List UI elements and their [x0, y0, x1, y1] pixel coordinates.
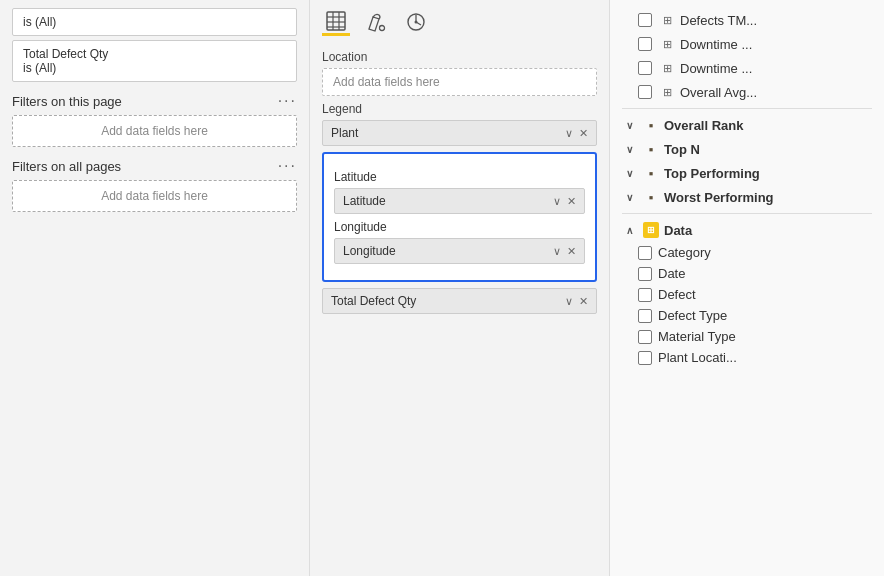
folder-icon: ▪	[642, 116, 660, 134]
total-defect-tag[interactable]: Total Defect Qty ∨ ✕	[322, 288, 597, 314]
folder-label: Top N	[664, 142, 700, 157]
list-item[interactable]: ⊞ Defects TM...	[622, 8, 872, 32]
calculator-icon: ⊞	[658, 83, 676, 101]
location-add-field[interactable]: Add data fields here	[322, 68, 597, 96]
latitude-tag[interactable]: Latitude ∨ ✕	[334, 188, 585, 214]
checkbox-downtime-1[interactable]	[638, 37, 652, 51]
item-label: Date	[658, 266, 685, 281]
longitude-tag[interactable]: Longitude ∨ ✕	[334, 238, 585, 264]
divider	[622, 213, 872, 214]
filters-this-page-ellipsis[interactable]: ···	[278, 92, 297, 110]
svg-point-8	[415, 21, 418, 24]
legend-plant-tag[interactable]: Plant ∨ ✕	[322, 120, 597, 146]
table-yellow-icon: ⊞	[642, 221, 660, 239]
chevron-icon: ∨	[626, 168, 642, 179]
chevron-down-icon[interactable]: ∨	[553, 195, 561, 208]
filter-total-defect: Total Defect Qty is (All)	[12, 40, 297, 82]
item-label: Material Type	[658, 329, 736, 344]
folder-top-performing[interactable]: ∨ ▪ Top Performing	[622, 161, 872, 185]
list-item[interactable]: Defect Type	[622, 305, 872, 326]
checkbox-defect-type[interactable]	[638, 309, 652, 323]
list-item[interactable]: ⊞ Downtime ...	[622, 56, 872, 80]
folder-icon: ▪	[642, 140, 660, 158]
list-item[interactable]: Defect	[622, 284, 872, 305]
chevron-icon: ∨	[626, 120, 642, 131]
chevron-down-icon[interactable]: ∨	[565, 127, 573, 140]
list-item[interactable]: ⊞ Overall Avg...	[622, 80, 872, 104]
add-data-field-1[interactable]: Add data fields here	[12, 115, 297, 147]
checkbox-downtime-2[interactable]	[638, 61, 652, 75]
calculator-icon: ⊞	[658, 35, 676, 53]
toolbar	[310, 0, 609, 36]
checkbox-plant-locati[interactable]	[638, 351, 652, 365]
add-data-field-2[interactable]: Add data fields here	[12, 180, 297, 212]
folder-worst-performing[interactable]: ∨ ▪ Worst Performing	[622, 185, 872, 209]
close-icon[interactable]: ✕	[567, 195, 576, 208]
chevron-icon: ∧	[626, 225, 642, 236]
item-label: Defect	[658, 287, 696, 302]
item-label: Overall Avg...	[680, 85, 757, 100]
folder-label: Top Performing	[664, 166, 760, 181]
location-label: Location	[322, 50, 597, 64]
toolbar-table-button[interactable]	[322, 8, 350, 36]
data-section-header[interactable]: ∧ ⊞ Data	[622, 218, 872, 242]
item-label: Plant Locati...	[658, 350, 737, 365]
chevron-icon: ∨	[626, 192, 642, 203]
chevron-down-icon[interactable]: ∨	[553, 245, 561, 258]
chevron-icon: ∨	[626, 144, 642, 155]
left-filter-panel: is (All) Total Defect Qty is (All) Filte…	[0, 0, 310, 576]
calculator-icon: ⊞	[658, 11, 676, 29]
latitude-label: Latitude	[334, 170, 585, 184]
list-item[interactable]: Plant Locati...	[622, 347, 872, 368]
filters-all-pages-section: Filters on all pages ···	[12, 157, 297, 175]
right-fields-panel: ⊞ Defects TM... ⊞ Downtime ... ⊞ Downtim…	[610, 0, 884, 576]
filters-all-pages-ellipsis[interactable]: ···	[278, 157, 297, 175]
divider	[622, 108, 872, 109]
filter-is-all: is (All)	[12, 8, 297, 36]
toolbar-analytics-button[interactable]	[402, 8, 430, 36]
filter-total-defect-value: is (All)	[23, 61, 286, 75]
data-section-label: Data	[664, 223, 692, 238]
toolbar-paint-button[interactable]	[362, 8, 390, 36]
folder-overall-rank[interactable]: ∨ ▪ Overall Rank	[622, 113, 872, 137]
list-item[interactable]: Material Type	[622, 326, 872, 347]
list-item[interactable]: Date	[622, 263, 872, 284]
checkbox-date[interactable]	[638, 267, 652, 281]
list-item[interactable]: ⊞ Downtime ...	[622, 32, 872, 56]
svg-point-6	[380, 26, 385, 31]
item-label: Defects TM...	[680, 13, 757, 28]
longitude-label: Longitude	[334, 220, 585, 234]
legend-label: Legend	[322, 102, 597, 116]
filters-this-page-label: Filters on this page	[12, 94, 122, 109]
folder-label: Worst Performing	[664, 190, 774, 205]
lat-lng-selected-region: Latitude Latitude ∨ ✕ Longitude Longitud…	[322, 152, 597, 282]
checkbox-category[interactable]	[638, 246, 652, 260]
filter-total-defect-label: Total Defect Qty	[23, 47, 286, 61]
folder-top-n[interactable]: ∨ ▪ Top N	[622, 137, 872, 161]
item-label: Downtime ...	[680, 61, 752, 76]
folder-icon: ▪	[642, 188, 660, 206]
checkbox-overall-avg[interactable]	[638, 85, 652, 99]
filters-all-pages-label: Filters on all pages	[12, 159, 121, 174]
folder-icon: ▪	[642, 164, 660, 182]
checkbox-material-type[interactable]	[638, 330, 652, 344]
filters-this-page-section: Filters on this page ···	[12, 92, 297, 110]
close-icon[interactable]: ✕	[567, 245, 576, 258]
item-label: Downtime ...	[680, 37, 752, 52]
middle-visualization-panel: Location Add data fields here Legend Pla…	[310, 0, 610, 576]
calculator-icon: ⊞	[658, 59, 676, 77]
folder-label: Overall Rank	[664, 118, 744, 133]
middle-content: Location Add data fields here Legend Pla…	[310, 36, 609, 576]
chevron-down-icon[interactable]: ∨	[565, 295, 573, 308]
item-label: Defect Type	[658, 308, 727, 323]
checkbox-defects-tm[interactable]	[638, 13, 652, 27]
close-icon[interactable]: ✕	[579, 295, 588, 308]
checkbox-defect[interactable]	[638, 288, 652, 302]
close-icon[interactable]: ✕	[579, 127, 588, 140]
list-item[interactable]: Category	[622, 242, 872, 263]
item-label: Category	[658, 245, 711, 260]
